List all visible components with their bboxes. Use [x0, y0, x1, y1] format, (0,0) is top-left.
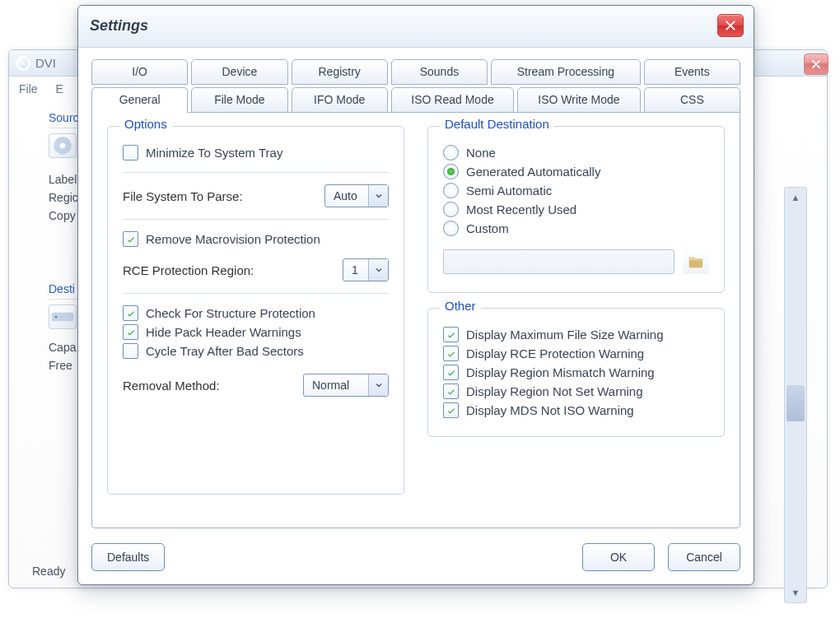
opt-warn-mds-not-iso[interactable]: Display MDS Not ISO Warning	[443, 402, 709, 418]
checkbox-warn-region-not-set[interactable]	[443, 384, 459, 399]
chevron-down-icon	[368, 185, 388, 207]
dest-none[interactable]: None	[443, 145, 709, 160]
label-dest-semi-auto: Semi Automatic	[466, 184, 552, 198]
label-minimize-tray: Minimize To System Tray	[146, 146, 282, 160]
checkbox-warn-region-mismatch[interactable]	[443, 365, 459, 380]
ok-button[interactable]: OK	[582, 543, 655, 571]
radio-dest-semi-auto[interactable]	[443, 183, 459, 198]
radio-dest-mru[interactable]	[443, 202, 459, 217]
label-fs-parse: File System To Parse:	[123, 189, 243, 203]
dest-custom[interactable]: Custom	[443, 221, 709, 236]
dest-mru[interactable]: Most Recently Used	[443, 202, 709, 217]
options-title: Options	[119, 117, 172, 131]
tab-row-top: I/O Device Registry Sounds Stream Proces…	[91, 59, 740, 85]
status-bar-text: Ready	[32, 565, 65, 578]
select-rce-region[interactable]: 1	[343, 258, 389, 281]
menu-file[interactable]: File	[19, 82, 38, 95]
select-fs-parse-value: Auto	[325, 189, 368, 202]
label-remove-macrovision: Remove Macrovision Protection	[146, 232, 320, 246]
checkbox-warn-rce[interactable]	[443, 346, 459, 361]
checkbox-check-structure[interactable]	[123, 305, 138, 321]
opt-minimize-tray[interactable]: Minimize To System Tray	[123, 145, 389, 160]
scroll-down-icon[interactable]: ▼	[785, 583, 806, 602]
tab-general[interactable]: General	[91, 87, 188, 113]
opt-warn-max-file-size[interactable]: Display Maximum File Size Warning	[443, 327, 709, 342]
select-fs-parse[interactable]: Auto	[324, 184, 389, 207]
tab-iso-write-mode[interactable]: ISO Write Mode	[517, 87, 640, 113]
browse-folder-button[interactable]	[683, 249, 709, 274]
radio-dest-custom[interactable]	[443, 221, 459, 236]
scroll-thumb[interactable]	[786, 385, 805, 421]
radio-dest-generated-auto[interactable]	[443, 164, 459, 179]
scroll-up-icon[interactable]: ▲	[785, 188, 806, 207]
tab-iso-read-mode[interactable]: ISO Read Mode	[391, 87, 514, 113]
dest-semi-auto[interactable]: Semi Automatic	[443, 183, 709, 198]
default-dest-title: Default Destination	[440, 117, 554, 131]
tab-stream-processing[interactable]: Stream Processing	[491, 59, 641, 85]
label-cycle-tray: Cycle Tray After Bad Sectors	[146, 344, 304, 358]
tab-events[interactable]: Events	[644, 59, 740, 85]
tab-device[interactable]: Device	[191, 59, 287, 85]
tab-sounds[interactable]: Sounds	[391, 59, 488, 85]
tab-css[interactable]: CSS	[644, 87, 740, 113]
dest-path-input[interactable]	[443, 249, 674, 274]
hdd-icon	[49, 307, 76, 327]
options-group: Options Minimize To System Tray File Sys…	[107, 126, 404, 495]
close-icon	[724, 19, 737, 32]
label-warn-rce: Display RCE Protection Warning	[466, 346, 644, 360]
opt-warn-region-not-set[interactable]: Display Region Not Set Warning	[443, 384, 709, 399]
label-hide-pack-warn: Hide Pack Header Warnings	[146, 325, 301, 339]
label-warn-max-file-size: Display Maximum File Size Warning	[466, 328, 664, 342]
label-check-structure: Check For Structure Protection	[146, 306, 315, 320]
label-dest-none: None	[466, 146, 496, 160]
dest-drive-icon[interactable]	[49, 305, 77, 329]
select-removal-method-value: Normal	[304, 379, 368, 392]
tab-panel-general: Options Minimize To System Tray File Sys…	[91, 112, 740, 528]
svg-point-1	[60, 143, 66, 149]
checkbox-cycle-tray[interactable]	[123, 343, 138, 359]
drive-icon	[49, 133, 76, 159]
checkbox-remove-macrovision[interactable]	[123, 231, 138, 247]
dialog-close-button[interactable]	[717, 14, 744, 37]
tab-registry[interactable]: Registry	[292, 59, 388, 85]
tab-row-bottom: General File Mode IFO Mode ISO Read Mode…	[91, 87, 740, 113]
tab-io[interactable]: I/O	[91, 59, 188, 85]
close-icon	[810, 58, 822, 70]
parent-scrollbar[interactable]: ▲ ▼	[784, 187, 807, 603]
radio-dest-none[interactable]	[443, 145, 459, 160]
checkbox-minimize-tray[interactable]	[123, 145, 138, 160]
select-rce-region-value: 1	[343, 263, 368, 277]
label-warn-mds-not-iso: Display MDS Not ISO Warning	[466, 403, 634, 417]
other-title: Other	[440, 299, 481, 313]
label-rce-region: RCE Protection Region:	[123, 263, 254, 277]
label-dest-custom: Custom	[466, 221, 509, 235]
defaults-button[interactable]: Defaults	[91, 543, 165, 571]
opt-hide-pack-warn[interactable]: Hide Pack Header Warnings	[123, 324, 389, 340]
checkbox-warn-max-file-size[interactable]	[443, 327, 459, 342]
default-dest-group: Default Destination None Generated Autom…	[427, 126, 725, 293]
label-warn-region-mismatch: Display Region Mismatch Warning	[466, 365, 655, 379]
opt-remove-macrovision[interactable]: Remove Macrovision Protection	[123, 231, 389, 247]
other-group: Other Display Maximum File Size Warning …	[427, 308, 725, 437]
tab-ifo-mode[interactable]: IFO Mode	[292, 87, 388, 113]
settings-dialog: Settings I/O Device Registry Sounds Stre…	[77, 5, 754, 585]
label-dest-generated-auto: Generated Automatically	[466, 165, 600, 179]
checkbox-hide-pack-warn[interactable]	[123, 324, 138, 340]
label-dest-mru: Most Recently Used	[466, 202, 576, 216]
menu-edit[interactable]: E	[55, 82, 63, 95]
checkbox-warn-mds-not-iso[interactable]	[443, 402, 459, 418]
opt-check-structure[interactable]: Check For Structure Protection	[123, 305, 389, 321]
select-removal-method[interactable]: Normal	[303, 374, 389, 397]
opt-warn-region-mismatch[interactable]: Display Region Mismatch Warning	[443, 365, 709, 380]
parent-close-button[interactable]	[804, 53, 828, 75]
label-warn-region-not-set: Display Region Not Set Warning	[466, 384, 643, 398]
source-drive-icon[interactable]	[49, 133, 77, 158]
parent-title: DVI	[35, 56, 56, 70]
tab-file-mode[interactable]: File Mode	[191, 87, 287, 113]
dest-generated-auto[interactable]: Generated Automatically	[443, 164, 709, 179]
folder-icon	[687, 253, 705, 271]
dialog-title: Settings	[90, 17, 148, 35]
cancel-button[interactable]: Cancel	[668, 543, 740, 571]
opt-cycle-tray[interactable]: Cycle Tray After Bad Sectors	[123, 343, 389, 359]
opt-warn-rce[interactable]: Display RCE Protection Warning	[443, 346, 709, 361]
